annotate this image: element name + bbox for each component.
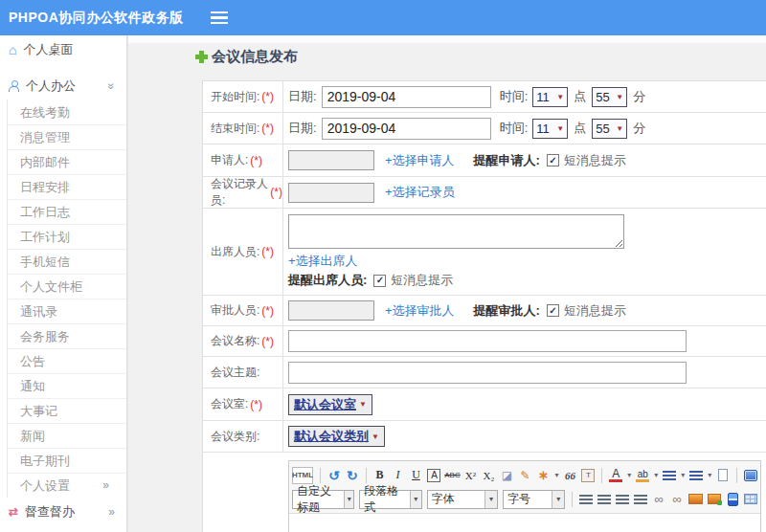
format-brush-icon[interactable]: ✎ [518,467,531,484]
sidebar-item-desktop[interactable]: ⌂ 个人桌面 [0,35,126,63]
eraser-icon[interactable]: ◪ [500,467,513,484]
content-top-strip [128,35,766,43]
meeting-room-select[interactable]: 默认会议室 ▼ [288,394,372,415]
end-minute-select[interactable]: 55 ▼ [592,119,627,139]
autoformat-icon[interactable]: ∗ [536,467,550,484]
applicant-input[interactable] [288,150,374,170]
start-minute-select[interactable]: 55 ▼ [592,87,627,107]
approver-sms-checkbox[interactable]: ✓ [547,304,559,317]
custom-title-combo[interactable]: 自定义标题 ▾ [292,490,354,509]
align-justify-icon[interactable] [634,495,647,504]
choose-recorder-link[interactable]: +选择记录员 [385,184,455,201]
sidebar-item-e-journal[interactable]: 电子期刊 [8,448,126,473]
insert-table-icon[interactable] [744,494,757,504]
bold-icon[interactable]: B [372,467,386,484]
sidebar-item-work-log[interactable]: 工作日志 [8,199,126,224]
font-family-combo[interactable]: 字体 ▾ [427,490,498,509]
choose-approver-link[interactable]: +选择审批人 [385,302,455,320]
sidebar-item-sms[interactable]: 手机短信 [8,249,126,274]
sms-label: 短消息提示 [564,302,626,320]
redo-icon[interactable]: ↻ [346,467,359,484]
choose-applicant-link[interactable]: +选择申请人 [385,152,455,169]
select-arrow-icon: ▼ [556,93,564,101]
choose-attendees-link[interactable]: +选择出席人 [288,253,358,270]
sidebar-item-internal-mail[interactable]: 内部邮件 [8,149,126,174]
blockquote-icon[interactable]: 66 [563,467,576,484]
subscript-icon[interactable]: X₂ [482,467,495,484]
start-date-input[interactable] [322,86,491,108]
field-label: 会议主题: [211,365,259,381]
topbar: PHPOA协同办公软件政务版 [0,0,766,35]
combo-label: 段落格式 [360,483,409,516]
sidebar-item-meeting-service[interactable]: 会务服务 [8,323,126,348]
align-left-icon[interactable] [579,495,593,504]
link-icon[interactable]: ∞ [652,491,665,508]
attendees-sms-checkbox[interactable]: ✓ [373,275,386,287]
align-right-icon[interactable] [616,495,629,504]
preview-icon[interactable] [744,470,757,481]
sidebar-item-notices[interactable]: 通知 [8,373,126,398]
new-page-icon[interactable] [718,469,728,481]
undo-icon[interactable]: ↺ [327,467,341,484]
sidebar-item-supervision[interactable]: ⇄ 督查督办 » [0,498,126,525]
unlink-icon[interactable]: ∞ [670,491,684,508]
end-date-input[interactable] [322,118,491,140]
meeting-name-input[interactable] [288,330,687,352]
sidebar-item-attendance[interactable]: 在线考勤 [8,100,126,124]
meeting-topic-input[interactable] [288,362,687,384]
recorder-input[interactable] [288,183,374,203]
dropdown-arrow-icon: ▾ [484,491,497,508]
dropdown-arrow-icon: ▾ [410,491,421,508]
underline-icon[interactable]: U [409,467,422,484]
applicant-sms-checkbox[interactable]: ✓ [547,154,559,166]
upload-image-icon[interactable] [708,494,721,504]
required-marker: (*) [250,154,262,167]
font-size-combo[interactable]: 字号 ▾ [503,490,565,509]
html-source-button[interactable]: HTML [292,467,313,484]
sidebar-item-label: 消息管理 [20,125,70,149]
sidebar-item-personal-settings[interactable]: 个人设置 » [8,473,126,498]
paste-icon[interactable]: T [581,469,595,482]
superscript-icon[interactable]: X² [463,467,477,484]
attendees-textarea[interactable] [288,214,624,249]
field-label: 会议类别: [211,429,259,445]
align-center-icon[interactable] [597,495,611,504]
font-color-icon[interactable]: A [609,468,622,482]
required-marker: (*) [261,245,274,258]
approver-input[interactable] [288,300,374,321]
sms-label: 短消息提示 [391,272,453,289]
sidebar-item-schedule[interactable]: 日程安排 [8,174,126,199]
date-label: 日期: [288,120,317,137]
chevron-down-icon: » [105,82,119,89]
meeting-category-select[interactable]: 默认会议类别 ▼ [288,426,385,447]
font-border-icon[interactable]: A [427,469,440,482]
menu-icon[interactable] [211,11,228,24]
sidebar-item-label: 工作计划 [20,225,70,249]
form-row-start-time: 开始时间: (*) 日期: 时间: 11 ▼ 点 55 ▼ 分 [203,81,766,113]
insert-media-icon[interactable] [728,493,738,506]
sidebar-item-news[interactable]: 新闻 [8,423,126,448]
paragraph-format-combo[interactable]: 段落格式 ▾ [359,490,421,509]
insert-image-icon[interactable] [688,494,702,504]
combo-label: 字号 [504,491,534,507]
sidebar-item-messages[interactable]: 消息管理 [8,124,126,149]
sidebar-item-major-events[interactable]: 大事记 [8,398,126,423]
highlight-color-icon[interactable]: ab [636,469,649,482]
italic-icon[interactable]: I [391,467,404,484]
sidebar-item-personal-office[interactable]: 个人办公 » [0,72,126,100]
editor-content-area[interactable] [289,514,760,532]
strikethrough-icon[interactable]: ABC [445,467,459,484]
unordered-list-icon[interactable] [689,471,703,480]
chevron-right-icon: » [102,474,109,498]
sidebar-item-work-plan[interactable]: 工作计划 [8,224,126,249]
sidebar-item-file-cabinet[interactable]: 个人文件柜 [8,274,126,299]
sidebar-item-contacts[interactable]: 通讯录 [8,299,126,323]
combo-label: 字体 [428,491,459,507]
start-hour-select[interactable]: 11 ▼ [532,87,568,107]
end-hour-select[interactable]: 11 ▼ [532,119,568,139]
dropdown-arrow-icon: ▾ [554,471,558,479]
sidebar-item-label: 通知 [20,374,45,398]
sidebar-item-announcements[interactable]: 公告 [8,348,126,373]
ordered-list-icon[interactable] [663,471,676,480]
sidebar-item-label: 在线考勤 [20,100,70,124]
